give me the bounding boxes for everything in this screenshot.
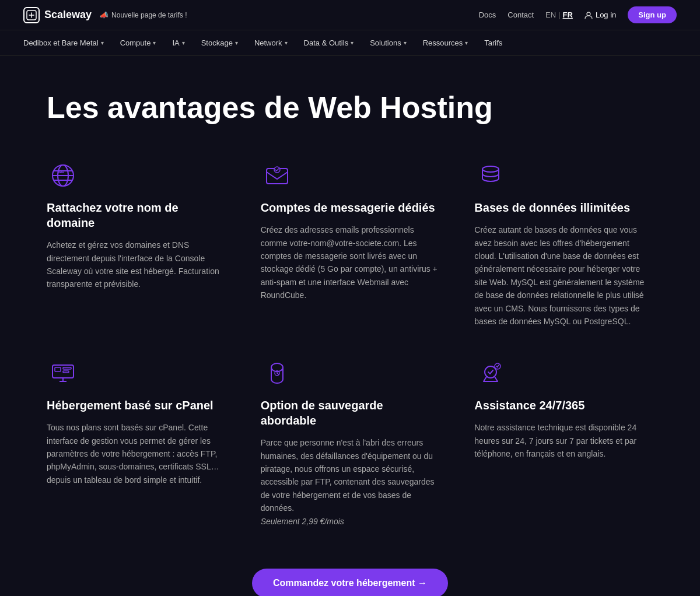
chevron-down-icon: ▾ [235,40,238,46]
feature-support: Assistance 24/7/365 Notre assistance tec… [474,357,653,528]
feature-cpanel-desc: Tous nos plans sont basés sur cPanel. Ce… [47,421,226,486]
nav-dedibox[interactable]: Dedibox et Bare Metal ▾ [23,38,104,47]
database-icon [474,159,507,192]
svg-point-21 [485,366,496,378]
svg-rect-13 [55,367,61,371]
feature-cpanel-title: Hébergement basé sur cPanel [47,398,226,413]
top-banner: Scaleway 📣 Nouvelle page de tarifs ! Doc… [0,0,700,30]
nav-network[interactable]: Network ▾ [254,38,288,47]
logo-icon [23,7,40,23]
chevron-down-icon: ▾ [404,40,407,46]
svg-point-19 [271,363,283,371]
support-icon [474,357,507,390]
page-title: Les avantages de Web Hosting [47,91,653,124]
nav-tarifs[interactable]: Tarifs [484,38,502,47]
chevron-down-icon: ▾ [351,40,354,46]
nav-data-outils[interactable]: Data & Outils ▾ [304,38,354,47]
feature-domain-title: Rattachez votre nom de domaine [47,200,226,230]
chevron-down-icon: ▾ [285,40,288,46]
svg-rect-15 [63,371,69,373]
lang-switch: EN | FR [545,10,573,19]
feature-database-title: Bases de données illimitées [474,200,653,215]
main-nav: Dedibox et Bare Metal ▾ Compute ▾ IA ▾ S… [0,30,700,56]
nav-stockage-label: Stockage [201,38,233,47]
chevron-down-icon: ▾ [153,40,156,46]
nav-network-label: Network [254,38,282,47]
feature-domain-desc: Achetez et gérez vos domaines et DNS dir… [47,239,226,291]
banner-notice: 📣 Nouvelle page de tarifs ! [100,11,187,19]
nav-ia[interactable]: IA ▾ [172,38,184,47]
nav-compute-label: Compute [120,38,151,47]
chevron-down-icon: ▾ [465,40,468,46]
signup-button[interactable]: Sign up [628,6,677,23]
docs-link[interactable]: Docs [479,10,496,19]
feature-backup: Option de sauvegarde abordable Parce que… [261,357,440,528]
svg-text:www: www [58,170,64,174]
nav-stockage[interactable]: Stockage ▾ [201,38,238,47]
globe-icon: www [47,159,79,192]
feature-email-title: Comptes de messagerie dédiés [261,200,440,215]
lang-fr[interactable]: FR [563,10,573,19]
email-icon [261,159,293,192]
cpanel-icon [47,357,79,390]
feature-support-desc: Notre assistance technique est disponibl… [474,421,653,460]
cta-container: Commandez votre hébergement → [47,569,653,596]
chevron-down-icon: ▾ [182,40,185,46]
contact-link[interactable]: Contact [508,10,534,19]
nav-ressources-label: Ressources [423,38,463,47]
logo[interactable]: Scaleway [23,7,92,23]
feature-backup-desc: Parce que personne n'est à l'abri des er… [261,436,440,528]
backup-icon [261,357,293,390]
banner-left: Scaleway 📣 Nouvelle page de tarifs ! [23,7,187,23]
feature-database-desc: Créez autant de bases de données que vou… [474,223,653,328]
feature-domain: www Rattachez votre nom de domaine Achet… [47,159,226,328]
nav-solutions-label: Solutions [370,38,401,47]
user-icon [584,11,593,19]
nav-compute[interactable]: Compute ▾ [120,38,156,47]
svg-point-1 [587,12,590,16]
feature-cpanel: Hébergement basé sur cPanel Tous nos pla… [47,357,226,528]
login-button[interactable]: Log in [584,10,616,19]
feature-email-desc: Créez des adresses emails professionnels… [261,223,440,301]
chevron-down-icon: ▾ [101,40,104,46]
nav-dedibox-label: Dedibox et Bare Metal [23,38,99,47]
login-label: Log in [596,10,616,19]
megaphone-icon: 📣 [100,11,108,19]
nav-ressources[interactable]: Ressources ▾ [423,38,468,47]
feature-email: Comptes de messagerie dédiés Créez des a… [261,159,440,328]
nav-ia-label: IA [172,38,179,47]
notice-text: Nouvelle page de tarifs ! [111,11,187,19]
feature-support-title: Assistance 24/7/365 [474,398,653,413]
svg-point-11 [482,166,499,172]
features-grid: www Rattachez votre nom de domaine Achet… [47,159,653,528]
feature-database: Bases de données illimitées Créez autant… [474,159,653,328]
nav-data-label: Data & Outils [304,38,349,47]
page-content: Les avantages de Web Hosting www Rattach… [0,56,700,596]
svg-rect-14 [63,367,71,369]
banner-right: Docs Contact EN | FR Log in Sign up [479,6,677,23]
brand-name: Scaleway [44,9,92,21]
order-button[interactable]: Commandez votre hébergement → [252,569,448,596]
feature-backup-title: Option de sauvegarde abordable [261,398,440,428]
lang-en[interactable]: EN [545,10,556,19]
nav-solutions[interactable]: Solutions ▾ [370,38,406,47]
